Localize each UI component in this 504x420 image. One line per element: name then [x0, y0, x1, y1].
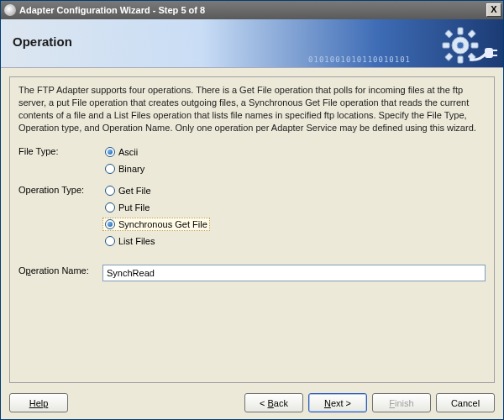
content-area: The FTP Adapter supports four operations… — [1, 68, 503, 388]
description-text: The FTP Adapter supports four operations… — [18, 84, 486, 134]
radio-list-files[interactable]: List Files — [102, 234, 210, 248]
svg-rect-3 — [458, 56, 463, 63]
radio-label: Ascii — [118, 147, 138, 157]
svg-rect-6 — [445, 30, 453, 38]
window-title: Adapter Configuration Wizard - Step 5 of… — [19, 5, 486, 15]
operation-name-row: Operation Name: — [18, 265, 486, 281]
plug-icon — [468, 45, 498, 63]
radio-icon — [105, 202, 115, 213]
wizard-window: Adapter Configuration Wizard - Step 5 of… — [0, 0, 504, 420]
next-button[interactable]: Next > — [308, 393, 367, 412]
close-button[interactable]: X — [486, 3, 501, 17]
svg-rect-2 — [458, 28, 463, 34]
radio-synchronous-get-file[interactable]: Synchronous Get File — [102, 218, 210, 231]
titlebar: Adapter Configuration Wizard - Step 5 of… — [1, 1, 503, 19]
operation-name-label: Operation Name: — [18, 265, 102, 276]
banner: Operation 0101001010110010101 — [1, 19, 503, 68]
page-title: Operation — [13, 34, 72, 49]
cancel-button[interactable]: Cancel — [436, 393, 495, 412]
radio-label: List Files — [118, 236, 155, 246]
radio-icon — [105, 236, 115, 246]
operation-name-input[interactable] — [102, 265, 486, 281]
radio-icon — [105, 147, 115, 157]
back-button[interactable]: < Back — [244, 393, 303, 412]
radio-binary[interactable]: Binary — [102, 162, 147, 176]
svg-rect-12 — [492, 55, 497, 56]
radio-icon — [105, 164, 115, 174]
finish-button: Finish — [372, 393, 431, 412]
operation-type-group: Get File Put File Synchronous Get File L… — [102, 184, 210, 248]
radio-put-file[interactable]: Put File — [102, 201, 210, 214]
radio-ascii[interactable]: Ascii — [102, 145, 147, 159]
radio-label: Synchronous Get File — [118, 219, 207, 229]
svg-rect-10 — [485, 48, 493, 58]
operation-type-label: Operation Type: — [18, 184, 102, 195]
help-button[interactable]: Help — [9, 393, 68, 412]
file-type-group: Ascii Binary — [102, 145, 147, 176]
decorative-bits: 0101001010110010101 — [308, 55, 411, 64]
file-type-row: File Type: Ascii Binary — [18, 145, 486, 176]
button-row: Help < Back Next > Finish Cancel — [1, 388, 503, 419]
operation-type-row: Operation Type: Get File Put File Synchr… — [18, 184, 486, 248]
svg-rect-7 — [468, 30, 475, 38]
form-panel: The FTP Adapter supports four operations… — [9, 76, 495, 383]
svg-rect-11 — [492, 50, 497, 51]
svg-rect-4 — [443, 43, 449, 48]
radio-icon — [105, 219, 115, 229]
app-icon — [4, 4, 16, 16]
file-type-label: File Type: — [18, 145, 102, 156]
svg-point-1 — [457, 42, 464, 49]
radio-get-file[interactable]: Get File — [102, 184, 210, 197]
radio-label: Get File — [118, 186, 151, 196]
svg-rect-9 — [445, 53, 453, 60]
radio-icon — [105, 186, 115, 196]
radio-label: Put File — [118, 202, 150, 213]
radio-label: Binary — [118, 164, 144, 174]
